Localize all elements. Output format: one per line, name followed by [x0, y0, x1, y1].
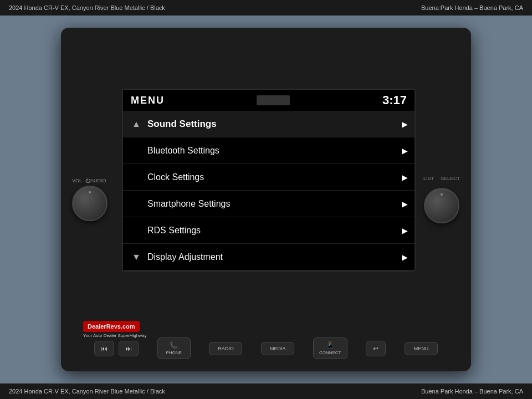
- menu-title: MENU: [131, 95, 165, 106]
- clock-settings-label: Clock Settings: [147, 172, 400, 182]
- top-bar-left: 2024 Honda CR-V EX, Canyon River Blue Me…: [9, 4, 165, 11]
- back-icon: ↩: [373, 345, 378, 352]
- arrow-right-icon: ▶: [402, 226, 408, 235]
- input-indicator: [257, 95, 290, 105]
- arrow-right-icon: ▶: [402, 120, 408, 129]
- watermark-logo: DealerRevs.com: [83, 321, 140, 332]
- radio-button[interactable]: RADIO: [209, 342, 242, 355]
- radio-label: RADIO: [218, 346, 234, 351]
- media-label: MEDIA: [270, 346, 286, 351]
- clock-display: 3:17: [382, 93, 407, 108]
- bluetooth-settings-label: Bluetooth Settings: [147, 146, 400, 156]
- select-label: SELECT: [441, 176, 460, 181]
- media-button[interactable]: MEDIA: [261, 342, 294, 355]
- menu-item-rds-settings[interactable]: RDS Settings ▶: [123, 217, 415, 244]
- top-bar: 2024 Honda CR-V EX, Canyon River Blue Me…: [0, 0, 532, 16]
- menu-item-bluetooth-settings[interactable]: Bluetooth Settings ▶: [123, 137, 415, 164]
- menu-item-smartphone-settings[interactable]: Smartphone Settings ▶: [123, 191, 415, 217]
- volume-knob[interactable]: [72, 186, 108, 221]
- list-select-labels: LIST SELECT: [423, 176, 460, 181]
- list-label: LIST: [423, 176, 434, 181]
- phone-icon: 📞: [170, 341, 178, 349]
- nav-down-icon: ▼: [130, 252, 143, 262]
- rds-settings-label: RDS Settings: [147, 226, 400, 236]
- phone-button[interactable]: 📞 PHONE: [157, 337, 191, 359]
- menu-item-sound-settings[interactable]: ▲ Sound Settings ▶: [123, 111, 415, 137]
- bottom-bar: 2024 Honda CR-V EX, Canyon River Blue Me…: [0, 383, 532, 399]
- back-button[interactable]: ↩: [366, 341, 386, 356]
- head-unit: MENU 3:17 ▲ Sound Settings ▶ Bluetooth S…: [61, 28, 471, 371]
- main-area: MENU 3:17 ▲ Sound Settings ▶ Bluetooth S…: [0, 16, 532, 383]
- connect-button[interactable]: 📱 CONNECT: [313, 337, 347, 359]
- right-controls: LIST SELECT: [423, 176, 460, 223]
- menu-list: ▲ Sound Settings ▶ Bluetooth Settings ▶ …: [123, 111, 415, 270]
- left-controls: VOL ⏻AUDIO: [72, 178, 108, 221]
- skip-forward-icon: ⏭: [125, 345, 132, 352]
- skip-forward-button[interactable]: ⏭: [119, 341, 139, 356]
- watermark: DealerRevs.com Your Auto Dealer SuperHig…: [83, 321, 146, 338]
- menu-item-clock-settings[interactable]: Clock Settings ▶: [123, 164, 415, 191]
- skip-back-icon: ⏮: [101, 345, 108, 352]
- display-adjustment-label: Display Adjustment: [147, 252, 400, 262]
- screen-header: MENU 3:17: [123, 90, 415, 111]
- watermark-tagline: Your Auto Dealer SuperHighway: [83, 333, 146, 338]
- select-knob[interactable]: [424, 188, 459, 223]
- menu-item-display-adjustment[interactable]: ▼ Display Adjustment ▶: [123, 244, 415, 270]
- arrow-right-icon: ▶: [402, 253, 408, 262]
- bottom-bar-left: 2024 Honda CR-V EX, Canyon River Blue Me…: [9, 388, 165, 395]
- arrow-right-icon: ▶: [402, 200, 408, 208]
- arrow-right-icon: ▶: [402, 173, 408, 182]
- media-skip-buttons: ⏮ ⏭: [94, 341, 139, 356]
- skip-back-button[interactable]: ⏮: [94, 341, 114, 356]
- audio-label: ⏻AUDIO: [85, 178, 106, 183]
- connect-icon: 📱: [326, 341, 334, 349]
- connect-label: CONNECT: [319, 350, 341, 355]
- infotainment-screen: MENU 3:17 ▲ Sound Settings ▶ Bluetooth S…: [122, 89, 416, 272]
- arrow-right-icon: ▶: [402, 146, 408, 155]
- top-bar-right: Buena Park Honda – Buena Park, CA: [421, 4, 523, 11]
- nav-up-icon: ▲: [130, 119, 143, 129]
- bottom-bar-right: Buena Park Honda – Buena Park, CA: [421, 388, 523, 395]
- menu-label: MENU: [414, 346, 429, 351]
- vol-label: VOL: [72, 178, 82, 183]
- menu-button[interactable]: MENU: [405, 342, 438, 355]
- smartphone-settings-label: Smartphone Settings: [147, 199, 400, 209]
- bottom-buttons: ⏮ ⏭ 📞 PHONE RADIO MEDIA 📱 CONNECT: [94, 337, 438, 359]
- sound-settings-label: Sound Settings: [147, 119, 400, 130]
- phone-label: PHONE: [166, 350, 182, 355]
